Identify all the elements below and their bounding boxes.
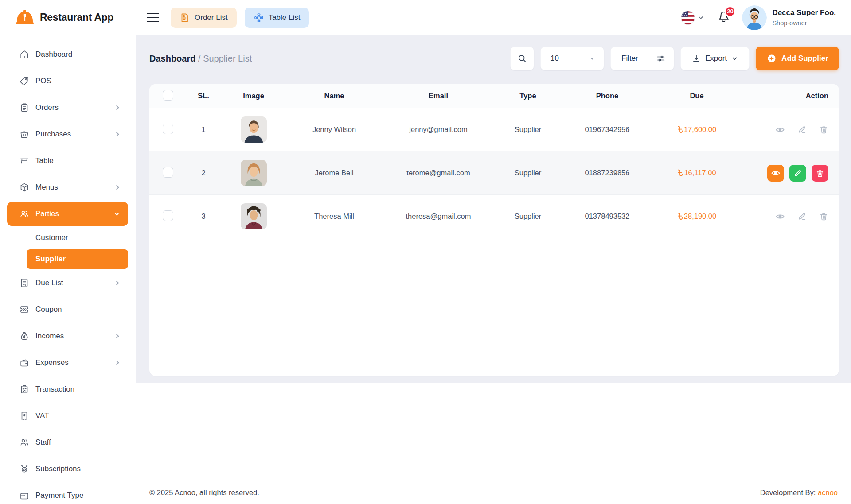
add-supplier-button[interactable]: Add Supplier: [756, 47, 839, 70]
view-icon[interactable]: [775, 125, 785, 135]
column-header-image[interactable]: Image: [224, 92, 283, 100]
sidebar-item-dashboard[interactable]: Dashboard: [0, 41, 136, 68]
cell-sl: 2: [183, 169, 224, 177]
users-icon: [20, 209, 29, 219]
sidebar-item-vat[interactable]: VAT: [0, 403, 136, 429]
copyright-text: © 2025 Acnoo, all rights reserved.: [149, 488, 259, 497]
sidebar-item-subscriptions[interactable]: Subscriptions: [0, 456, 136, 482]
cell-due: 17,600.00: [650, 125, 743, 134]
wallet-icon: [20, 491, 29, 500]
sidebar-item-transaction[interactable]: Transaction: [0, 376, 136, 403]
main-area: Dashboard / Supplier List 10: [136, 35, 851, 504]
taka-currency-icon: [677, 169, 683, 177]
sidebar-item-pos[interactable]: POS: [0, 68, 136, 94]
table-list-button[interactable]: Table List: [245, 8, 309, 28]
export-button[interactable]: Export: [680, 47, 750, 70]
sidebar-item-staff[interactable]: Staff: [0, 429, 136, 456]
order-list-button[interactable]: Order List: [171, 8, 237, 28]
user-avatar[interactable]: [742, 5, 767, 30]
supplier-table: SL. Image Name Email Type Phone Due Acti…: [149, 84, 839, 376]
sidebar-item-menus[interactable]: Menus: [0, 174, 136, 201]
sidebar-item-parties[interactable]: Parties: [7, 202, 128, 226]
top-bar: Restaurant App Order List Table List: [0, 0, 851, 35]
row-checkbox[interactable]: [163, 210, 173, 221]
user-name: Decca Super Foo.: [772, 8, 836, 17]
ticket-icon: [20, 305, 29, 314]
money-bag-icon: [20, 331, 29, 341]
round-table-icon: [254, 12, 264, 23]
column-header-due[interactable]: Due: [650, 92, 743, 100]
cell-phone: 01967342956: [564, 125, 650, 134]
basket-icon: [20, 129, 29, 139]
taka-currency-icon: [677, 213, 683, 220]
table-row: 2 Jerome Bell terome@gmail.com Supplier: [149, 151, 839, 195]
supplier-photo: [241, 116, 267, 143]
view-button[interactable]: [767, 165, 784, 182]
content-area: Dashboard / Supplier List 10: [136, 35, 851, 383]
menu-toggle-icon[interactable]: [147, 13, 159, 22]
table-header-row: SL. Image Name Email Type Phone Due Acti…: [149, 84, 839, 108]
cell-type: Supplier: [492, 169, 564, 177]
receipt-icon: [180, 12, 190, 23]
supplier-photo: [241, 203, 267, 229]
filter-button[interactable]: Filter: [610, 47, 674, 70]
edit-icon[interactable]: [797, 212, 807, 221]
language-selector[interactable]: [681, 11, 704, 25]
sidebar-item-incomes[interactable]: Incomes: [0, 323, 136, 349]
column-header-email[interactable]: Email: [385, 92, 492, 100]
sidebar-item-table[interactable]: Table: [0, 147, 136, 174]
cell-name: Theresa Mill: [283, 212, 385, 221]
search-button[interactable]: [510, 47, 534, 70]
column-header-type[interactable]: Type: [492, 92, 564, 100]
sidebar-item-expenses[interactable]: Expenses: [0, 349, 136, 376]
row-checkbox[interactable]: [163, 167, 173, 178]
breadcrumb-root[interactable]: Dashboard: [149, 54, 195, 63]
edit-button[interactable]: [789, 165, 806, 182]
table-row: 1 Jenny Wilson jenny@gmail.com Supplier: [149, 108, 839, 151]
cell-type: Supplier: [492, 212, 564, 221]
invoice-icon: [20, 278, 29, 288]
column-header-action: Action: [743, 92, 828, 100]
notifications-button[interactable]: 20: [717, 10, 730, 25]
chevron-right-icon: [114, 105, 121, 111]
cell-sl: 1: [183, 125, 224, 134]
home-icon: [20, 50, 29, 59]
sidebar-subitem-supplier[interactable]: Supplier: [27, 249, 128, 269]
user-info[interactable]: Decca Super Foo. Shop-owner: [772, 8, 836, 27]
cell-name: Jerome Bell: [283, 169, 385, 177]
sidebar-subitem-customer[interactable]: Customer: [0, 227, 136, 248]
view-icon[interactable]: [775, 212, 785, 221]
acnoo-link[interactable]: acnoo: [818, 488, 838, 496]
chevron-right-icon: [114, 280, 121, 286]
chevron-down-icon: [113, 211, 120, 217]
notification-badge: 20: [725, 6, 735, 17]
delete-button[interactable]: [812, 165, 828, 182]
sidebar-item-orders[interactable]: Orders: [0, 94, 136, 121]
select-all-checkbox[interactable]: [163, 90, 173, 101]
breadcrumb: Dashboard / Supplier List: [149, 54, 252, 64]
chevron-right-icon: [114, 333, 121, 339]
app-logo[interactable]: Restaurant App: [0, 9, 136, 27]
download-icon: [692, 54, 701, 63]
cell-email: theresa@gmail.com: [385, 212, 492, 221]
sidebar-item-payment-type[interactable]: Payment Type: [0, 482, 136, 504]
sidebar-item-coupon[interactable]: Coupon: [0, 296, 136, 323]
us-flag-icon: [681, 11, 695, 25]
edit-icon[interactable]: [797, 125, 807, 134]
cell-email: jenny@gmail.com: [385, 125, 492, 134]
delete-icon[interactable]: [819, 212, 828, 221]
chevron-right-icon: [114, 360, 121, 366]
row-checkbox[interactable]: [163, 124, 173, 134]
chevron-down-icon: [698, 15, 704, 21]
cube-icon: [20, 182, 29, 192]
search-icon: [517, 54, 527, 63]
table-row: 3 Theresa Mill theresa@gmail.com: [149, 195, 839, 238]
column-header-name[interactable]: Name: [283, 92, 385, 100]
column-header-phone[interactable]: Phone: [564, 92, 650, 100]
delete-icon[interactable]: [819, 125, 828, 134]
page-size-select[interactable]: 10: [540, 47, 604, 70]
sidebar-item-purchases[interactable]: Purchases: [0, 121, 136, 147]
supplier-photo: [241, 160, 267, 186]
sidebar-item-due-list[interactable]: Due List: [0, 270, 136, 296]
column-header-sl[interactable]: SL.: [183, 92, 224, 100]
